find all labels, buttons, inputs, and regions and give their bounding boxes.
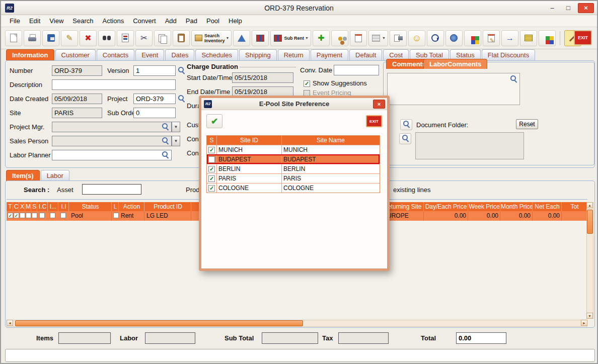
row-checkbox[interactable] (32, 213, 37, 218)
menu-help[interactable]: Help (224, 15, 247, 27)
col-header-month-price[interactable]: Month Price (501, 202, 533, 211)
tab-shipping[interactable]: Shipping (239, 49, 277, 60)
row-checkbox[interactable] (113, 213, 119, 218)
row-checkbox[interactable] (50, 213, 55, 218)
tab-default[interactable]: Default (349, 49, 382, 60)
edit-button[interactable]: ✎ (61, 30, 78, 46)
find-button[interactable] (98, 30, 115, 46)
comments-textarea[interactable] (387, 73, 520, 105)
version-search-icon[interactable] (178, 66, 185, 74)
start-date-field[interactable] (232, 72, 293, 83)
configuration-cube-button[interactable] (464, 30, 481, 46)
version-field[interactable] (133, 65, 176, 76)
labor-total-field[interactable] (145, 332, 195, 344)
col-header[interactable]: M (26, 202, 31, 211)
row-checkbox[interactable] (20, 213, 25, 218)
close-button[interactable]: × (578, 3, 594, 13)
exit-button[interactable]: EXIT (574, 30, 592, 45)
col-header[interactable]: S (32, 202, 37, 211)
col-header-status[interactable]: Status (69, 202, 112, 211)
col-header-day-each-price[interactable]: Day/Each Price (424, 202, 468, 211)
tab-items[interactable]: Item(s) (6, 170, 40, 181)
add-line-button[interactable]: ✚ (313, 30, 330, 46)
site-row-cologne[interactable]: ✓ COLOGNE COLOGNE (207, 183, 380, 193)
project-mgr-field[interactable] (52, 122, 172, 132)
site-checkbox[interactable] (208, 156, 215, 163)
col-header-net-each[interactable]: Net Each (533, 202, 562, 211)
tax-field[interactable] (338, 332, 389, 344)
site-field[interactable] (52, 108, 102, 118)
color-stack-button[interactable] (539, 30, 556, 46)
tab-flat-discounts[interactable]: Flat Discounts (482, 49, 535, 60)
menu-convert[interactable]: Convert (128, 15, 161, 27)
menu-actions[interactable]: Actions (98, 15, 129, 27)
col-header-week-price[interactable]: Week Price (469, 202, 500, 211)
site-row-paris[interactable]: ✓ PARIS PARIS (207, 173, 380, 183)
tab-schedules[interactable]: Schedules (195, 49, 238, 60)
labor-planner-search-icon[interactable] (162, 151, 169, 158)
jump-link-button[interactable]: → (501, 30, 518, 46)
total-field[interactable] (456, 332, 506, 344)
dialog-confirm-button[interactable]: ✔ (206, 114, 222, 128)
site-checkbox[interactable]: ✓ (208, 185, 215, 192)
comments-search-icon[interactable] (510, 75, 517, 82)
tab-customer[interactable]: Customer (55, 49, 96, 60)
schedule-grid-button[interactable] (252, 30, 269, 46)
tab-labor-comments[interactable]: LaborComments (423, 59, 487, 69)
col-header[interactable]: I... (48, 202, 58, 211)
row-checkbox[interactable] (60, 213, 66, 218)
edit-notes-button[interactable]: ✎ (483, 30, 500, 46)
row-checkbox[interactable]: ✓ (8, 213, 13, 218)
menu-search[interactable]: Search (68, 15, 98, 27)
col-header-s[interactable]: S (207, 136, 217, 145)
site-checkbox[interactable]: ✓ (208, 175, 215, 182)
document-folder-search-button[interactable] (400, 119, 412, 130)
menu-file[interactable]: File (5, 15, 25, 27)
sub-orders-field[interactable] (133, 108, 176, 118)
project-search-icon[interactable] (178, 95, 185, 102)
convert-document-button[interactable] (117, 30, 134, 46)
number-field[interactable] (52, 65, 102, 76)
sales-person-search-icon[interactable] (162, 137, 169, 144)
folder-browse-button[interactable] (399, 133, 411, 144)
print-report-button[interactable] (390, 30, 407, 46)
scroll-right-button[interactable]: ► (581, 320, 587, 326)
tab-information[interactable]: Information (6, 49, 54, 60)
menu-edit[interactable]: Edit (25, 15, 45, 27)
date-created-field[interactable] (52, 94, 102, 104)
sub-total-field[interactable] (262, 332, 318, 344)
col-header-site-name[interactable]: Site Name (282, 136, 380, 145)
sub-rent-button[interactable]: Sub Rent ▼ (270, 30, 311, 46)
horizontal-scroll-thumb[interactable] (15, 320, 303, 326)
site-row-budapest[interactable]: BUDAPEST BUDAPEST (207, 154, 380, 164)
sales-person-dropdown[interactable]: ▼ (172, 136, 180, 146)
group-items-button[interactable] (331, 30, 348, 46)
notes-button[interactable] (350, 30, 367, 46)
scroll-down-button[interactable]: ▼ (586, 313, 593, 319)
tab-contacts[interactable]: Contacts (97, 49, 134, 60)
description-field[interactable] (52, 79, 176, 90)
site-checkbox[interactable]: ✓ (208, 166, 215, 172)
minimize-button[interactable]: – (546, 3, 559, 13)
project-field[interactable] (133, 94, 176, 104)
time-button[interactable] (427, 30, 444, 46)
col-header[interactable]: C (14, 202, 19, 211)
items-total-field[interactable] (58, 332, 111, 344)
search-inventory-button[interactable]: SearchInventory ▼ (191, 30, 232, 46)
maximize-button[interactable]: □ (562, 3, 575, 13)
horizontal-scrollbar[interactable]: ◄ ► (7, 320, 587, 327)
web-button[interactable] (445, 30, 463, 46)
col-header[interactable]: L (112, 202, 119, 211)
row-checkbox[interactable] (39, 213, 45, 218)
vertical-scroll-thumb[interactable] (587, 210, 593, 234)
site-checkbox[interactable]: ✓ (208, 147, 215, 153)
menu-pool[interactable]: Pool (202, 15, 224, 27)
tab-dates[interactable]: Dates (165, 49, 194, 60)
menu-view[interactable]: View (45, 15, 68, 27)
show-suggestions-checkbox[interactable]: ✓ (304, 80, 310, 87)
asset-search-input[interactable] (82, 184, 141, 195)
col-header-action[interactable]: Action (119, 202, 144, 211)
reset-button[interactable]: Reset (516, 119, 538, 129)
col-header[interactable]: I.I (59, 202, 69, 211)
dialog-close-button[interactable]: × (373, 100, 385, 109)
